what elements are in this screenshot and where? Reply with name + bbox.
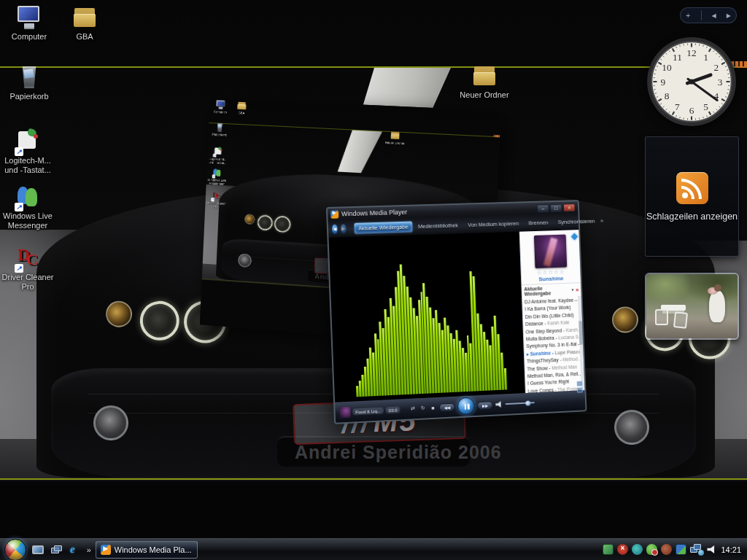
tray-update-icon[interactable] (603, 544, 614, 555)
mute-icon[interactable] (495, 401, 503, 408)
svg-text:1: 1 (703, 52, 708, 63)
desktop-icon-driver-cleaner-pro[interactable]: DC↗Driver Cleaner Pro (0, 245, 55, 292)
desktop: /// M5 Andrei Speridião 2006 (0, 0, 747, 560)
taskbar: e » Windows Media Pla... 14:21 (0, 538, 747, 560)
show-desktop-icon[interactable] (32, 545, 44, 554)
repeat-icon[interactable]: ↻ (419, 405, 427, 411)
clear-playlist-icon[interactable]: × (576, 287, 579, 293)
playlist-item-artist: Method Man (551, 364, 577, 370)
add-gadget-button[interactable]: + (686, 11, 690, 20)
spectrum-bar (356, 386, 358, 397)
playlist: DJ Antoine feat. Kaydee –I Ka Barra (You… (522, 296, 584, 393)
window-mode-icons (577, 381, 583, 393)
photo-chair (673, 311, 688, 329)
visualization-pane[interactable] (328, 232, 525, 402)
view-fullscreen-icon[interactable] (571, 233, 578, 241)
p2 (26, 188, 37, 206)
rss-icon (676, 172, 708, 204)
previous-button[interactable]: ◀◀ (439, 402, 455, 411)
tray-logitech-icon[interactable] (632, 544, 643, 555)
next-page-button[interactable]: ▶ (727, 12, 731, 19)
tab-aktuelle-wiedergabe[interactable]: Aktuelle Wiedergabe (354, 221, 412, 233)
svg-text:7: 7 (675, 101, 680, 112)
desktop-icon-windows-live-messenger[interactable]: ↗Windows Live Messenger (0, 184, 55, 230)
bin-paper (23, 69, 34, 79)
chevron-down-icon[interactable]: ▼ (570, 287, 574, 292)
playlist-item-artist: Karsh Kale (547, 320, 570, 326)
taskbar-clock[interactable]: 14:21 (721, 545, 741, 554)
wmp-app-icon (330, 210, 338, 218)
folder-icon (471, 63, 498, 89)
svg-text:10: 10 (662, 62, 672, 73)
playlist-item-artist: Luciana S… (558, 334, 581, 340)
tray-security-alert-icon[interactable] (617, 544, 628, 555)
icon-label: Windows Live Messenger (0, 211, 55, 230)
volume-knob[interactable] (525, 400, 530, 405)
tab-medienbibliothek[interactable]: Medienbibliothek (414, 219, 462, 232)
flip3d-icon[interactable] (51, 545, 63, 554)
now-playing-thumbnail (339, 406, 350, 418)
divider (701, 10, 702, 20)
messenger-icon: ↗ (15, 184, 41, 210)
desktop-icon-gba[interactable]: GBA (57, 4, 112, 42)
tray-display-icon[interactable] (676, 544, 686, 555)
window-buttons: –□× (537, 203, 576, 212)
internet-explorer-icon[interactable]: e (70, 543, 75, 556)
f-front (473, 72, 495, 85)
album-title-link[interactable]: Sunshine (522, 274, 581, 283)
icon-label: Papierkorb (1, 92, 57, 101)
f-front (74, 14, 96, 27)
photo-slideshow-gadget[interactable] (645, 273, 739, 340)
taskbar-button-wmp[interactable]: Windows Media Pla... (96, 541, 198, 559)
clock-gadget[interactable]: 121234567891011 (645, 35, 738, 128)
desktop-icon-papierkorb[interactable]: Papierkorb (1, 64, 57, 101)
photo-person (709, 290, 725, 322)
rss-gadget-label: Schlagzeilen anzeigen (646, 211, 738, 222)
skin-mode-icon[interactable] (577, 387, 583, 392)
rss-feed-gadget[interactable]: Schlagzeilen anzeigen (645, 136, 739, 257)
tray-messenger-icon[interactable] (646, 544, 657, 555)
svg-text:8: 8 (665, 90, 670, 101)
svg-text:5: 5 (703, 101, 708, 112)
volume-slider[interactable] (506, 402, 535, 405)
fullscreen-toggle-icon[interactable] (577, 381, 583, 386)
prev-page-button[interactable]: ◀ (712, 12, 716, 19)
icon-label: Computer (1, 32, 57, 42)
shuffle-icon[interactable]: ⇄ (409, 405, 417, 411)
tab-brennen[interactable]: Brennen (524, 217, 552, 228)
next-button[interactable]: ▶▶ (477, 401, 493, 410)
volume-icon[interactable] (707, 545, 716, 553)
tray-audio-app-icon[interactable] (661, 544, 672, 555)
desktop-icon-computer[interactable]: Computer (1, 4, 57, 42)
stop-button[interactable]: ■ (429, 405, 436, 410)
quick-launch-overflow[interactable]: » (87, 545, 91, 554)
desktop-icon-neuer-ordner[interactable]: Neuer Ordner (457, 63, 512, 100)
tab-synchronisieren[interactable]: Synchronisieren (554, 215, 600, 228)
back-icon[interactable]: ◄ (331, 223, 338, 234)
now-playing-panel: ☆☆☆☆☆ Sunshine Aktuelle Wiedergabe ▼ × D… (519, 230, 585, 393)
tab-overflow-chevron[interactable]: » (600, 217, 604, 224)
minimize-button[interactable]: – (537, 204, 549, 212)
forward-icon[interactable]: ► (340, 223, 347, 234)
close-button[interactable]: × (563, 203, 575, 211)
folder-icon (71, 4, 98, 31)
start-button[interactable] (4, 539, 26, 560)
icon-label: Neuer Ordner (457, 90, 512, 100)
desktop-icon-logitech-m-und-tastat[interactable]: ↗Logitech-M... und -Tastat... (0, 128, 55, 175)
tab-von-medium-kopieren[interactable]: Von Medium kopieren (463, 217, 523, 230)
scrollbar-thumb[interactable] (578, 320, 583, 344)
spectrum-bars (352, 257, 507, 397)
recycle-icon (16, 64, 42, 90)
mon-stand (24, 23, 34, 28)
svg-text:2: 2 (714, 62, 719, 73)
taskbar-button-label: Windows Media Pla... (115, 545, 192, 554)
svg-text:11: 11 (673, 52, 682, 63)
album-art-figure (543, 238, 557, 267)
network-icon[interactable] (690, 544, 703, 555)
drivercleaner-icon: DC↗ (15, 245, 41, 271)
icon-label: Logitech-M... und -Tastat... (0, 156, 55, 175)
maximize-button[interactable]: □ (550, 203, 562, 211)
album-art (533, 235, 566, 268)
pause-button[interactable] (457, 397, 475, 415)
wmp-window[interactable]: Windows Media Player –□× ◄ ► Aktuelle Wi… (326, 200, 587, 424)
